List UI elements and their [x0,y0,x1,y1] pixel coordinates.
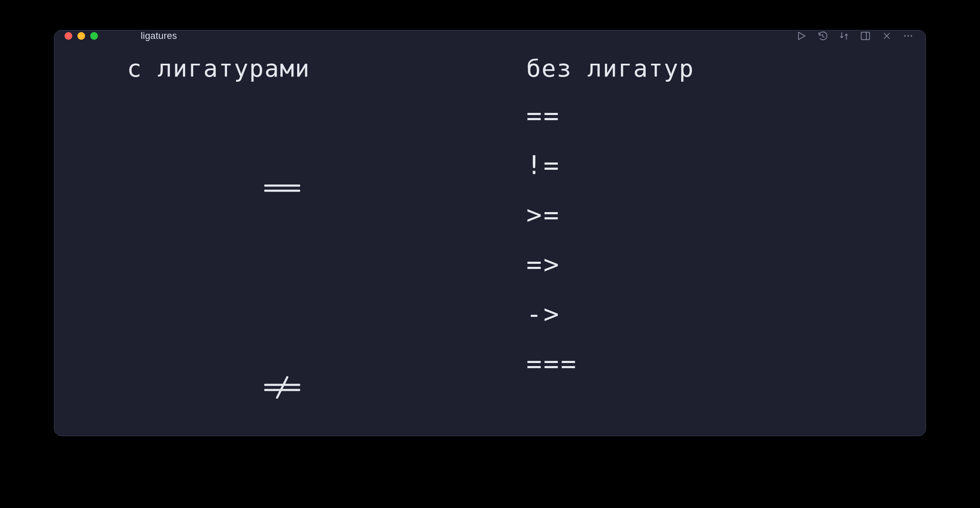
svg-line-8 [277,377,287,398]
close-window-button[interactable] [65,32,72,40]
close-icon[interactable] [881,30,892,41]
ligature-not-equals [127,298,526,436]
raw-not-equals: != [526,152,853,178]
raw-fat-arrow: => [526,251,853,277]
compare-icon[interactable] [838,30,850,41]
raw-double-equals: == [526,103,853,128]
ligature-double-equals [127,103,526,274]
maximize-window-button[interactable] [90,32,98,40]
minimize-window-button[interactable] [77,32,85,40]
raw-thin-arrow: -> [526,301,853,327]
with-ligatures-column: с лигатурами [127,54,526,436]
run-icon[interactable] [796,30,807,41]
editor-body: с лигатурами [54,41,926,436]
window-controls [65,32,98,40]
svg-point-2 [907,35,909,36]
svg-point-3 [911,35,912,36]
editor-window: ligatures с лигатурами [54,30,926,436]
without-ligatures-column: без лигатур == != >= => -> === [526,54,853,436]
titlebar: ligatures [54,30,926,41]
tab-title[interactable]: ligatures [141,30,177,41]
split-layout-icon[interactable] [860,30,871,41]
svg-rect-0 [861,32,870,39]
raw-triple-equals: === [526,351,853,376]
with-ligatures-header: с лигатурами [127,54,526,82]
without-ligatures-header: без лигатур [526,54,853,82]
more-icon[interactable] [903,30,914,41]
history-icon[interactable] [817,30,828,41]
raw-greater-equals: >= [526,202,853,227]
toolbar-right [796,30,914,41]
svg-point-1 [904,35,906,36]
